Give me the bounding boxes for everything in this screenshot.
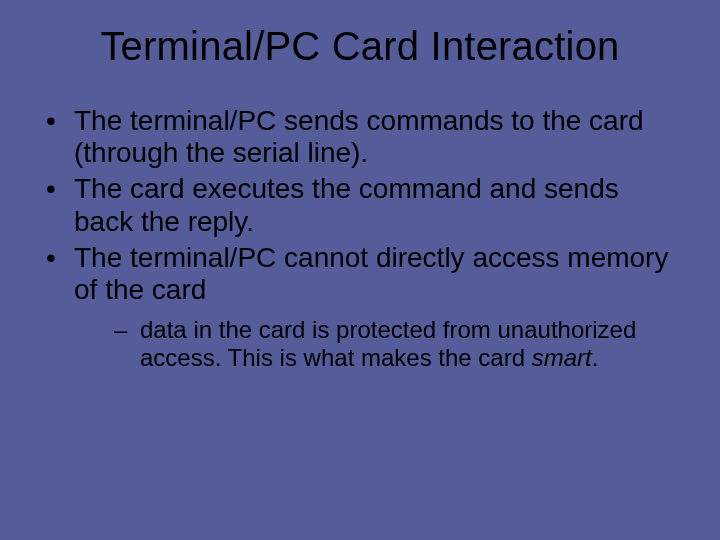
sub-bullet-italic: smart	[532, 344, 592, 371]
bullet-item: The terminal/PC cannot directly access m…	[40, 242, 680, 373]
bullet-item: The terminal/PC sends commands to the ca…	[40, 105, 680, 169]
bullet-list: The terminal/PC sends commands to the ca…	[32, 105, 688, 373]
sub-bullet-item: data in the card is protected from unaut…	[114, 316, 680, 373]
slide-title: Terminal/PC Card Interaction	[32, 24, 688, 69]
sub-bullet-suffix: .	[592, 344, 599, 371]
slide: Terminal/PC Card Interaction The termina…	[0, 0, 720, 540]
bullet-text: The terminal/PC cannot directly access m…	[74, 242, 668, 305]
sub-bullet-list: data in the card is protected from unaut…	[74, 316, 680, 373]
bullet-item: The card executes the command and sends …	[40, 173, 680, 237]
